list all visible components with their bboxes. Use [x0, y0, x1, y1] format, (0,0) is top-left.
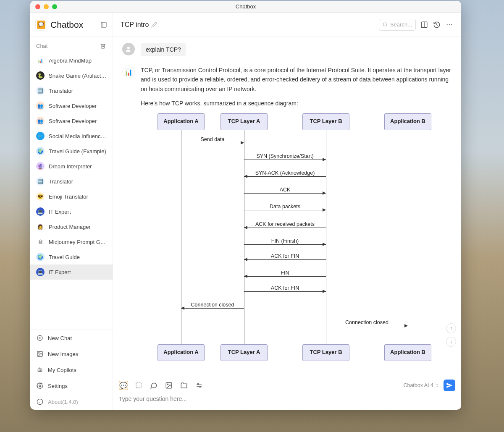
diagram-actor: TCP Layer B: [302, 113, 349, 130]
chat-item-label: Travel Guide (Example): [49, 148, 106, 154]
image-icon: [36, 350, 44, 358]
select-region-icon[interactable]: [134, 381, 143, 390]
sidebar-chat-item[interactable]: 💻IT Expert: [30, 264, 113, 280]
about-button[interactable]: About(1.4.0): [30, 394, 113, 410]
search-input[interactable]: Search...: [379, 19, 416, 31]
chat-item-label: Software Developer: [49, 118, 97, 124]
svg-point-20: [449, 24, 450, 25]
sidebar-chat-item[interactable]: 😎Emoji Translator: [30, 189, 113, 204]
user-message-text: explain TCP?: [141, 43, 186, 56]
search-placeholder: Search...: [390, 21, 412, 28]
sidebar-chat-item[interactable]: 👩Product Manager: [30, 219, 113, 234]
chat-avatar-icon: 📊: [36, 56, 45, 65]
diagram-arrow-label: ACK for FIN: [244, 284, 326, 292]
sidebar-bottom: New Chat New Images My Copilots Settings…: [30, 330, 113, 410]
chat-item-label: IT Expert: [49, 209, 71, 215]
info-icon: [36, 398, 44, 406]
scroll-up-button[interactable]: ↑: [446, 323, 456, 333]
send-button[interactable]: [444, 380, 455, 391]
conversation-icon[interactable]: [149, 381, 158, 390]
svg-point-21: [451, 24, 452, 25]
diagram-arrow-label: SYN (Synchronize/Start): [244, 152, 326, 160]
svg-point-25: [167, 384, 168, 385]
chat-avatar-icon: 🌍: [36, 147, 45, 155]
chat-item-label: Midjourney Prompt Gener…: [49, 239, 107, 245]
settings-sliders-icon[interactable]: [194, 381, 204, 390]
scroll-down-button[interactable]: ↓: [446, 337, 456, 347]
message-user: explain TCP?: [122, 43, 452, 56]
diagram-actor: TCP Layer B: [302, 344, 349, 361]
chat-avatar-icon: 🔮: [36, 162, 45, 170]
sidebar-chat-item[interactable]: 🔮Dream Interpreter: [30, 159, 113, 174]
svg-rect-0: [101, 22, 106, 27]
edit-title-icon[interactable]: [151, 22, 157, 28]
composer-tools: 💬: [119, 381, 204, 390]
chat-item-label: Emoji Translator: [49, 194, 88, 200]
main-header: TCP intro Search...: [113, 13, 461, 37]
sidebar-chat-item[interactable]: 🏛Midjourney Prompt Gener…: [30, 234, 113, 249]
diagram-arrow-label: SYN-ACK (Acknowledge): [244, 169, 326, 177]
page-title: TCP intro: [121, 21, 149, 29]
diagram-arrow-label: Connection closed: [181, 301, 244, 309]
message-input[interactable]: [119, 394, 455, 404]
sidebar-chat-item[interactable]: 🐦Social Media Influencer (E…: [30, 128, 113, 144]
new-chat-button[interactable]: New Chat: [30, 330, 113, 346]
my-copilots-button[interactable]: My Copilots: [30, 362, 113, 378]
app-logo: 💬: [35, 19, 47, 31]
send-icon: [446, 382, 453, 389]
new-images-label: New Images: [48, 351, 78, 357]
message-bot: 📊 TCP, or Transmission Control Protocol,…: [122, 65, 452, 365]
svg-point-19: [447, 24, 448, 25]
chat-item-label: Software Developer: [49, 103, 97, 109]
more-icon[interactable]: [445, 21, 454, 29]
attach-image-icon[interactable]: [164, 381, 173, 390]
sidebar-chat-item[interactable]: 💻IT Expert: [30, 204, 113, 219]
archive-icon[interactable]: [99, 42, 107, 50]
diagram-arrow-label: Send data: [181, 135, 244, 144]
scroll-float-buttons: ↑ ↓: [446, 323, 456, 347]
sidebar-chat-item[interactable]: 🔤Translator: [30, 174, 113, 189]
diagram-arrow-label: ACK: [244, 186, 326, 194]
sidebar-chat-item[interactable]: 📊Algebra MindMap: [30, 53, 113, 68]
settings-button[interactable]: Settings: [30, 378, 113, 394]
sidebar-collapse-icon[interactable]: [100, 21, 108, 29]
chat-avatar-icon: 👥: [36, 117, 45, 125]
chat-list: 📊Algebra MindMap🐍Snake Game (Artifact Ex…: [30, 53, 113, 330]
chat-avatar-icon: 🌍: [36, 253, 45, 261]
diagram-lifeline: [326, 130, 326, 344]
messages-area: explain TCP? 📊 TCP, or Transmission Cont…: [113, 37, 461, 376]
sidebar-chat-item[interactable]: 👥Software Developer: [30, 98, 113, 113]
bot-p2: Here's how TCP works, summarized in a se…: [141, 99, 452, 108]
model-label: Chatbox AI 4: [403, 382, 433, 388]
attach-file-icon[interactable]: [179, 381, 189, 390]
model-selector[interactable]: Chatbox AI 4: [403, 382, 439, 388]
new-images-button[interactable]: New Images: [30, 346, 113, 362]
titlebar: Chatbox: [30, 1, 461, 13]
layout-toggle-icon[interactable]: [420, 21, 428, 29]
chat-section-label: Chat: [36, 43, 47, 49]
chat-mode-icon[interactable]: 💬: [119, 381, 128, 390]
app-window: Chatbox 💬 Chatbox Chat 📊Algebra MindMap🐍…: [30, 1, 461, 410]
search-icon: [383, 22, 388, 27]
chat-item-label: IT Expert: [49, 269, 71, 275]
chevron-updown-icon: [435, 382, 439, 388]
svg-point-9: [40, 370, 41, 370]
diagram-actor: TCP Layer A: [220, 113, 268, 130]
chat-avatar-icon: 👥: [36, 102, 45, 110]
history-icon[interactable]: [433, 21, 441, 29]
svg-point-8: [39, 370, 39, 370]
chat-section-header: Chat: [30, 37, 113, 53]
main-panel: TCP intro Search...: [113, 13, 461, 410]
sidebar-chat-item[interactable]: 🔤Translator: [30, 83, 113, 98]
diagram-arrow-label: FIN (Finish): [244, 237, 326, 245]
new-chat-label: New Chat: [48, 335, 72, 341]
sidebar-chat-item[interactable]: 🌍Travel Guide (Example): [30, 144, 113, 159]
sidebar-chat-item[interactable]: 🌍Travel Guide: [30, 249, 113, 264]
settings-label: Settings: [48, 383, 68, 389]
sidebar-chat-item[interactable]: 🐍Snake Game (Artifact Exa…: [30, 68, 113, 83]
sidebar-chat-item[interactable]: 👥Software Developer: [30, 113, 113, 128]
bot-p1: TCP, or Transmission Control Protocol, i…: [141, 65, 452, 94]
gear-icon: [36, 382, 44, 390]
bot-avatar-icon: 📊: [122, 65, 135, 78]
about-label: About(1.4.0): [48, 399, 78, 405]
